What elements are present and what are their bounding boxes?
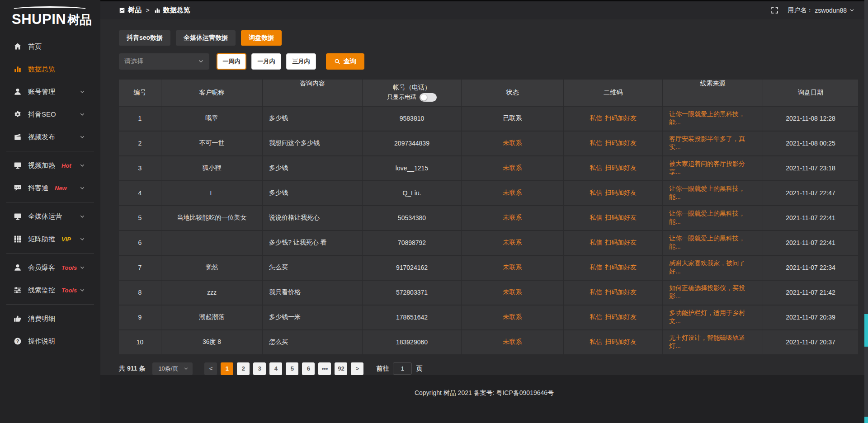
tab-omni-media-data[interactable]: 全媒体运营数据 [176,30,236,46]
private-message-link[interactable]: 私信 [590,189,602,197]
lead-source-link[interactable]: 被大家追着问的客厅投影分享... [669,160,756,176]
lead-source-link[interactable]: 让你一眼就爱上的黑科技，能... [669,185,756,201]
sidebar-item-video-heating[interactable]: 视频加热Hot [0,154,100,177]
range-button-month[interactable]: 一月内 [251,53,281,70]
private-message-link[interactable]: 私信 [590,338,602,346]
sidebar-item-video-publish[interactable]: 视频发布 [0,126,100,148]
page-ellipsis-button[interactable]: ••• [318,362,331,375]
cell-source: 如何正确选择投影仪，买投影... [663,281,763,305]
chevron-down-icon [80,214,85,219]
range-button-week[interactable]: 一周内 [217,53,246,70]
page-button-6[interactable]: 6 [302,362,315,375]
private-message-link[interactable]: 私信 [590,288,602,296]
breadcrumb-item-1[interactable]: 数据总览 [154,6,190,14]
sidebar-item-label: 抖音SEO [28,110,56,119]
private-message-link[interactable]: 私信 [590,214,602,222]
sidebar-item-label: 矩阵助推 [28,235,55,244]
scan-add-friend-link[interactable]: 扫码加好友 [605,239,637,247]
page-button-2[interactable]: 2 [237,362,250,375]
scan-add-friend-link[interactable]: 扫码加好友 [605,114,637,122]
filter-select[interactable]: 请选择 [119,53,209,70]
cell-account: Q_Liu. [363,181,462,205]
search-button[interactable]: 查询 [326,53,364,70]
sidebar-item-douketong[interactable]: 抖客通New [0,177,100,199]
cell-content: 多少钱 [263,107,363,131]
status-badge: 已联系 [503,114,522,122]
page-button-3[interactable]: 3 [253,362,266,375]
sidebar-item-badge: New [55,185,67,192]
scan-add-friend-link[interactable]: 扫码加好友 [605,338,637,346]
breadcrumb-item-0[interactable]: 树品 [119,6,142,14]
cell-date: 2021-11-07 20:37 [763,330,858,354]
page-suffix-label: 页 [416,365,422,373]
range-button-quarter[interactable]: 三月内 [286,53,316,70]
status-badge: 未联系 [503,164,522,172]
sidebar-item-home[interactable]: 首页 [0,35,100,58]
cell-id: 4 [119,181,161,205]
tab-douyin-seo-data[interactable]: 抖音seo数据 [119,30,170,46]
scan-add-friend-link[interactable]: 扫码加好友 [605,214,637,222]
private-message-link[interactable]: 私信 [590,164,602,172]
phone-only-toggle[interactable] [420,93,437,102]
chevron-down-icon [80,236,85,242]
page-button-4[interactable]: 4 [269,362,282,375]
cell-id: 6 [119,231,161,255]
next-page-button[interactable]: > [351,362,363,375]
brand-logo[interactable]: SHUPIN 树品 [0,0,100,31]
lead-source-link[interactable]: 让你一眼就爱上的黑科技，能... [669,235,756,251]
chevron-down-icon [184,366,189,371]
private-message-link[interactable]: 私信 [590,139,602,147]
cell-qrcode: 私信扫码加好友 [564,330,663,354]
scan-add-friend-link[interactable]: 扫码加好友 [605,263,637,272]
table-row: 2不可一世我想问这个多少钱2097344839未联系私信扫码加好友客厅安装投影半… [119,132,858,156]
tab-inquiry-data[interactable]: 询盘数据 [241,30,282,46]
lead-source-link[interactable]: 多功能护栏灯，适用于乡村文... [669,309,756,325]
sidebar-item-matrix-boost[interactable]: 矩阵助推VIP [0,228,100,250]
sidebar-item-label: 视频发布 [28,133,55,141]
scrollbar-thumb[interactable] [864,314,868,347]
sidebar-item-lead-monitor[interactable]: 线索监控Tools [0,279,100,301]
pagination: 共 911 条 10条/页 <123456•••92> 前往 页 [119,362,858,375]
lead-source-link[interactable]: 客厅安装投影半年多了，真实... [669,135,756,151]
sidebar-item-label: 账号管理 [28,88,55,96]
private-message-link[interactable]: 私信 [590,263,602,272]
sidebar-item-data-overview[interactable]: 数据总览 [0,58,100,80]
sidebar-item-account-management[interactable]: 账号管理 [0,80,100,103]
sidebar-item-label: 首页 [28,42,42,51]
page-size-select[interactable]: 10条/页 [152,362,193,375]
fullscreen-icon[interactable] [771,6,778,14]
sidebar-item-douyin-seo[interactable]: 抖音SEO [0,103,100,126]
prev-page-button[interactable]: < [204,362,217,375]
scan-add-friend-link[interactable]: 扫码加好友 [605,313,637,321]
lead-source-link[interactable]: 让你一眼就爱上的黑科技，能... [669,210,756,226]
table-row: 6多少钱? 让我死心 看70898792未联系私信扫码加好友让你一眼就爱上的黑科… [119,231,858,256]
sidebar-item-member-baoke[interactable]: 会员爆客Tools [0,256,100,279]
goto-page-input[interactable] [393,362,412,375]
lead-source-link[interactable]: 让你一眼就爱上的黑科技，能... [669,110,756,127]
private-message-link[interactable]: 私信 [590,239,602,247]
status-badge: 未联系 [503,313,522,321]
page-button-92[interactable]: 92 [335,362,347,375]
cell-source: 感谢大家喜欢我家，被问了好... [663,256,763,280]
scan-add-friend-link[interactable]: 扫码加好友 [605,164,637,172]
page-button-1[interactable]: 1 [221,362,233,375]
page-button-5[interactable]: 5 [286,362,298,375]
lead-source-link[interactable]: 如何正确选择投影仪，买投影... [669,284,756,301]
sidebar-item-omni-media[interactable]: 全媒体运营 [0,205,100,228]
private-message-link[interactable]: 私信 [590,114,602,122]
cell-date: 2021-11-07 20:39 [763,306,858,329]
lead-source-link[interactable]: 感谢大家喜欢我家，被问了好... [669,259,756,276]
lead-source-link[interactable]: 无主灯设计，智能磁吸轨道灯... [669,334,756,350]
private-message-link[interactable]: 私信 [590,313,602,321]
sidebar-menu: 首页数据总览账号管理抖音SEO视频发布视频加热Hot抖客通New全媒体运营矩阵助… [0,31,100,352]
user-menu[interactable]: 用户名：zswodun88 [788,6,854,14]
scan-add-friend-link[interactable]: 扫码加好友 [605,139,637,147]
scrollbar-thumb-bottom[interactable] [864,417,868,423]
scan-add-friend-link[interactable]: 扫码加好友 [605,189,637,197]
scan-add-friend-link[interactable]: 扫码加好友 [605,288,637,296]
sidebar-item-badge: VIP [61,236,71,243]
sidebar-item-operation-guide[interactable]: ?操作说明 [0,330,100,352]
cell-qrcode: 私信扫码加好友 [564,231,663,255]
sidebar-item-expense-detail[interactable]: 消费明细 [0,307,100,330]
clapper-icon [14,133,22,141]
